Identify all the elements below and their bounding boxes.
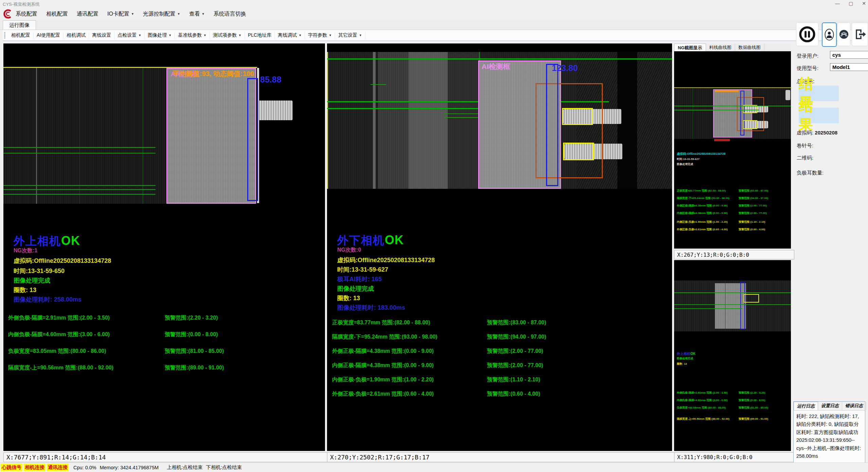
processing-done: 图像处理完成 [337, 285, 374, 293]
minimize-icon[interactable]: — [835, 1, 840, 6]
measurement-warn: 预警范围:(89.00 - 91.00) [165, 364, 224, 371]
maximize-icon[interactable]: ▢ [849, 1, 853, 6]
chevron-down-icon: ▼ [138, 34, 141, 37]
status-bar: 心跳信号 相机连接 通讯连接 Cpu: 0.0% Memory: 3424.41… [0, 462, 868, 472]
ng-snapshot-lower[interactable]: 外上相机OK 图像处理完成 圈数: 13 外侧负极-隔膜=2.91mm 范围:(… [674, 260, 791, 451]
toolbar-ai-use-config[interactable]: AI使用配置 [34, 32, 64, 39]
mini-meas: 外侧负极-隔膜=2.91mm 范围:(2.00 - 3.50) [677, 391, 728, 395]
mini-meas: 预警范围:(2.20 - 3.20) [739, 391, 765, 395]
mini-meas: 负极宽度=83.05mm 范围:(80.00 - 86.00) [677, 406, 726, 410]
menu-view[interactable]: 查看▼ [189, 11, 205, 18]
main-tab-row: 运行图像 [0, 20, 868, 30]
upper-camera-view[interactable]: AI检测框 平均阈值:93, 动态阈值:100 85.88 外上相机OK NG次… [3, 43, 325, 451]
tab-material-curve[interactable]: 料线曲线图 [706, 43, 735, 52]
ai-detect-box [166, 68, 256, 204]
green-hline [3, 194, 156, 195]
mini-camera-title: 外上相机OK [677, 350, 695, 356]
chevron-down-icon: ▼ [177, 12, 180, 16]
toolbar-offline-debug[interactable]: 离线调试▼ [275, 32, 305, 39]
toolbar-drag-handle[interactable] [4, 32, 5, 38]
mini-meas: 预警范围:(81.00 - 85.00) [739, 406, 768, 410]
turn-count: 圈数: 13 [337, 294, 360, 302]
lower-camera-check-status: 下相机:点检结束 [206, 464, 242, 471]
mini-meas: 预警范围:(2.00 - 77.00) [739, 211, 767, 215]
toolbar-camera-config[interactable]: 相机配置 [8, 32, 34, 39]
camera-name: 外下相机 [337, 234, 385, 247]
result-badge-2: 结 果 [799, 108, 839, 123]
upper-camera-coords: X:7677;Y:891;R:14;G:14;B:14 [3, 452, 328, 462]
menu-bar: 系统配置 相机配置 通讯配置 IO卡配置▼ 光源控制配置▼ 查看▼ 系统语言切换 [0, 8, 868, 20]
toolbar-image-processing[interactable]: 图像处理▼ [145, 32, 175, 39]
user-group-button[interactable] [837, 22, 850, 46]
chevron-down-icon: ▼ [299, 34, 302, 37]
capture-time: 时间:13-31-59-627 [337, 266, 388, 274]
chevron-down-icon: ▼ [329, 34, 332, 37]
lower-camera-view[interactable]: AI检测框 123.80 外下相机OK NG次数:0 虚拟码:Offline20… [327, 43, 672, 451]
toolbar-camera-debug[interactable]: 相机调试 [64, 32, 89, 39]
camera-status-title: 外下相机OK [337, 233, 404, 248]
tab-data-curve[interactable]: 数据曲线图 [735, 43, 764, 52]
menu-camera-config[interactable]: 相机配置 [46, 11, 68, 18]
login-user-input[interactable] [830, 51, 868, 59]
log-content[interactable]: 耗时: 222, 缺陷检测耗时: 17, 缺陷分类耗时: 0, 缺陷提取分区耗时… [794, 411, 865, 462]
processing-elapsed: 图像处理耗时: 258.00ms [14, 295, 82, 304]
cpu-usage: Cpu: 0.0% [73, 465, 96, 470]
ng-upper-coords: X:267;Y:13;R:0;G:0;B:0 [674, 250, 794, 259]
toolbar-char-params[interactable]: 字符参数▼ [305, 32, 335, 39]
blue-measure-value: 123.80 [552, 63, 578, 73]
menu-system-config[interactable]: 系统配置 [16, 11, 37, 18]
camera-result: OK [385, 233, 404, 247]
gray-strip [378, 52, 409, 189]
measurement-warn: 预警范围:(2.00 - 77.00) [487, 348, 543, 355]
blue-measure-box [546, 64, 558, 186]
mini-meas: 外侧正极-隔膜=4.38mm 范围:(0.00 - 9.00) [677, 204, 728, 207]
toolbar-offline-setting[interactable]: 离线设置 [89, 32, 114, 39]
mini-red-text [714, 139, 730, 141]
mini-meas: 预警范围:(0.60 - 4.00) [739, 228, 765, 231]
camera-name: 外上相机 [14, 235, 61, 247]
mini-meas: 正极宽度=83.77mm 范围:(82.00 - 88.00) [677, 189, 726, 193]
mini-yellow-box [743, 120, 757, 129]
tab-run-log[interactable]: 运行日志 [794, 402, 818, 410]
image-edge-line [36, 68, 37, 204]
measurement-warn: 预警范围:(0.60 - 4.00) [487, 391, 540, 398]
chevron-down-icon: ▼ [131, 12, 134, 16]
menu-io-card-config[interactable]: IO卡配置▼ [107, 11, 134, 18]
close-icon[interactable]: ✕ [862, 1, 866, 6]
measurement-row: 外侧正极-隔膜=4.38mm 范围:(0.00 - 9.00) [332, 348, 434, 355]
camera-status-title: 外上相机OK [14, 234, 80, 249]
measurement-row: 隔膜宽度-下=95.24mm 范围:(93.00 - 98.00) [332, 333, 437, 341]
exit-button[interactable] [852, 22, 868, 46]
ng-lower-coords: X:311;Y:980;R:0;G:0;B:0 [674, 452, 794, 462]
virtual-code: 虚拟码:Offline20250208133134728 [14, 257, 111, 265]
toolbar-baseline-params[interactable]: 基准线参数▼ [175, 32, 210, 39]
menu-comm-config[interactable]: 通讯配置 [77, 11, 98, 18]
mini-meas: 外侧正极-负极=2.61mm 范围:(0.60 - 4.00) [677, 228, 728, 231]
threshold-overlay-text: 平均阈值:93, 动态阈值:100 [173, 69, 254, 78]
green-hline [3, 185, 156, 186]
measurement-warn: 预警范围:(2.00 - 77.00) [487, 362, 543, 369]
tab-setting-log[interactable]: 设置日志 [818, 402, 842, 410]
neg-tab-count-label: 负极耳数量: [797, 170, 824, 176]
tab-ng-snapshot[interactable]: NG截图显示 [674, 43, 706, 52]
gray-strip [409, 52, 448, 189]
mini-time-line: 时间:13-31-59-627 [677, 157, 700, 161]
toolbar-other-settings[interactable]: 其它设置▼ [335, 32, 365, 39]
orange-region-box [536, 83, 603, 178]
user-login-button[interactable] [822, 22, 837, 47]
toolbar-test-item-params[interactable]: 测试项参数▼ [210, 32, 245, 39]
menu-light-control-config[interactable]: 光源控制配置▼ [143, 11, 180, 18]
green-hline [3, 189, 156, 190]
menu-language-switch[interactable]: 系统语言切换 [214, 11, 246, 18]
mini-code-line: 虚拟码:Offline20250208133134728 [677, 152, 726, 156]
memory-usage: Memory: 3424.41796875M [100, 465, 159, 470]
toolbar-spot-check-setting[interactable]: 点检设置▼ [114, 32, 145, 39]
tab-error-log[interactable]: 错误日志 [842, 402, 866, 410]
ng-snapshot-upper[interactable]: 虚拟码:Offline20250208133134728 时间:13-31-59… [674, 51, 791, 249]
pause-button[interactable] [796, 22, 818, 46]
tab-run-image[interactable]: 运行图像 [3, 20, 36, 30]
toolbar-plc-address-lib[interactable]: PLC地址库 [245, 32, 275, 39]
chevron-down-icon: ▼ [238, 34, 241, 37]
model-input[interactable] [830, 63, 868, 71]
electrode-tab-blob [258, 101, 293, 120]
